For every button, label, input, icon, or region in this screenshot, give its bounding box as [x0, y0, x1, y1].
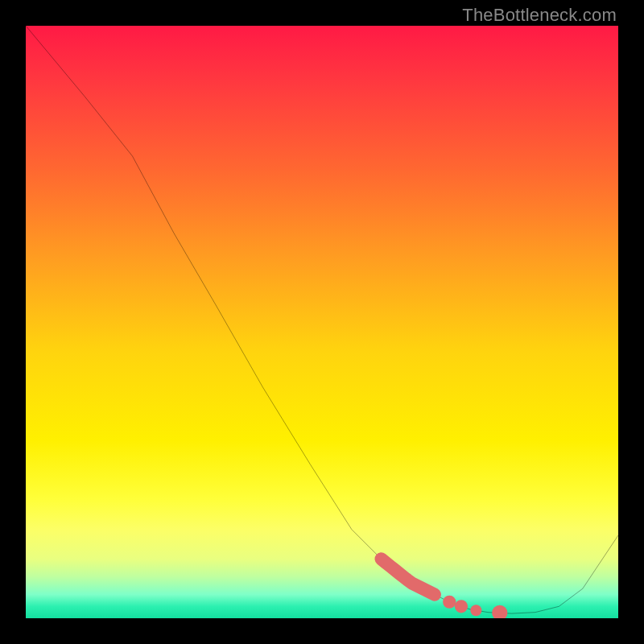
highlight-dot [492, 605, 507, 618]
chart-svg [26, 26, 618, 618]
highlight-band [382, 559, 435, 594]
highlight-dots [443, 596, 507, 618]
highlight-dot [443, 596, 456, 609]
plot-area [26, 26, 618, 618]
highlight-dot [470, 605, 481, 616]
chart-frame: TheBottleneck.com [0, 0, 644, 644]
bottleneck-curve-line [26, 26, 618, 613]
highlight-dot [455, 600, 468, 613]
watermark-text: TheBottleneck.com [462, 5, 617, 26]
